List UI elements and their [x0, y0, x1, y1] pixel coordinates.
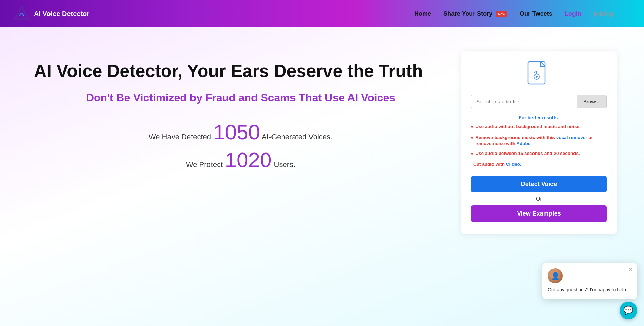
- stat-protect: We Protect 1020 Users.: [34, 149, 447, 170]
- nav-home[interactable]: Home: [414, 10, 431, 17]
- detect-voice-button[interactable]: Detect Voice: [471, 176, 607, 192]
- clideo-link[interactable]: Clideo.: [506, 162, 521, 167]
- chat-bubble[interactable]: 💬: [620, 302, 637, 319]
- bullet-3: •: [471, 150, 473, 158]
- stat-detected: We Have Detected 1050 AI-Generated Voice…: [34, 122, 447, 143]
- upload-panel: Browse For better results: • Use audio w…: [461, 51, 617, 234]
- chat-bubble-icon: 💬: [623, 306, 633, 315]
- chat-message: Got any questions? I'm happy to help.: [548, 287, 632, 293]
- chat-avatar: 👤: [548, 268, 563, 283]
- tip-2: • Remove background music with this voca…: [471, 135, 607, 147]
- adobe-link[interactable]: Adobe.: [516, 141, 532, 146]
- nav-login[interactable]: Login: [565, 10, 581, 17]
- audio-file-icon: [527, 61, 551, 88]
- chat-popup: ✕ 👤 Got any questions? I'm happy to help…: [542, 263, 637, 299]
- stat-detected-suffix: AI-Generated Voices.: [262, 133, 333, 141]
- bullet-1: •: [471, 124, 473, 131]
- tip-1-text: Use audio without background music and n…: [475, 124, 581, 130]
- vocal-remover-link[interactable]: vocal remover: [556, 135, 587, 140]
- avatar-image: 👤: [548, 268, 563, 283]
- stat-protect-number: 1020: [225, 148, 271, 171]
- stat-detected-number: 1050: [213, 120, 260, 144]
- hero-subtitle: Don't Be Victimized by Fraud and Scams T…: [34, 91, 447, 105]
- nav-share-story[interactable]: Share Your Story New: [443, 10, 507, 17]
- stat-detected-prefix: We Have Detected: [149, 133, 211, 141]
- file-input[interactable]: [471, 95, 577, 108]
- tip-3: • Use audio between 15 seconds and 20 se…: [471, 150, 607, 158]
- tips-box: For better results: • Use audio without …: [471, 115, 607, 168]
- nav-pricing[interactable]: pricing: [593, 10, 614, 17]
- tip-1: • Use audio without background music and…: [471, 124, 607, 131]
- tips-title: For better results:: [471, 115, 607, 120]
- new-badge: New: [496, 11, 507, 17]
- panel-icon-container: [471, 61, 607, 88]
- tips-list: • Use audio without background music and…: [471, 124, 607, 168]
- stat-protect-prefix: We Protect: [186, 160, 223, 169]
- hero-title: AI Voice Detector, Your Ears Deserve the…: [34, 61, 447, 81]
- browse-button[interactable]: Browse: [577, 95, 606, 108]
- stat-protect-suffix: Users.: [274, 160, 296, 169]
- tip-3-text: Use audio between 15 seconds and 20 seco…: [475, 150, 580, 157]
- instagram-icon[interactable]: □: [626, 9, 630, 18]
- tip-2-text: Remove background music with this vocal …: [475, 135, 607, 147]
- chat-close-button[interactable]: ✕: [628, 266, 633, 274]
- logo-text: AI Voice Detector: [34, 10, 89, 18]
- chat-header: 👤: [548, 268, 632, 283]
- bullet-2: •: [471, 135, 473, 142]
- view-examples-button[interactable]: View Examples: [471, 205, 607, 222]
- header: AI Voice Detector Home Share Your Story …: [0, 0, 644, 27]
- tip-4: Cut audio with Clideo.: [471, 161, 607, 168]
- tip-4-text: Cut audio with Clideo.: [473, 161, 521, 168]
- file-input-row[interactable]: Browse: [471, 95, 607, 108]
- or-label: Or: [471, 196, 607, 202]
- main-nav: Home Share Your Story New Our Tweets Log…: [414, 9, 630, 18]
- logo-icon: [14, 5, 30, 22]
- hero-section: AI Voice Detector, Your Ears Deserve the…: [34, 47, 447, 177]
- svg-point-3: [536, 76, 538, 78]
- nav-our-tweets[interactable]: Our Tweets: [520, 10, 552, 17]
- logo[interactable]: AI Voice Detector: [14, 5, 89, 22]
